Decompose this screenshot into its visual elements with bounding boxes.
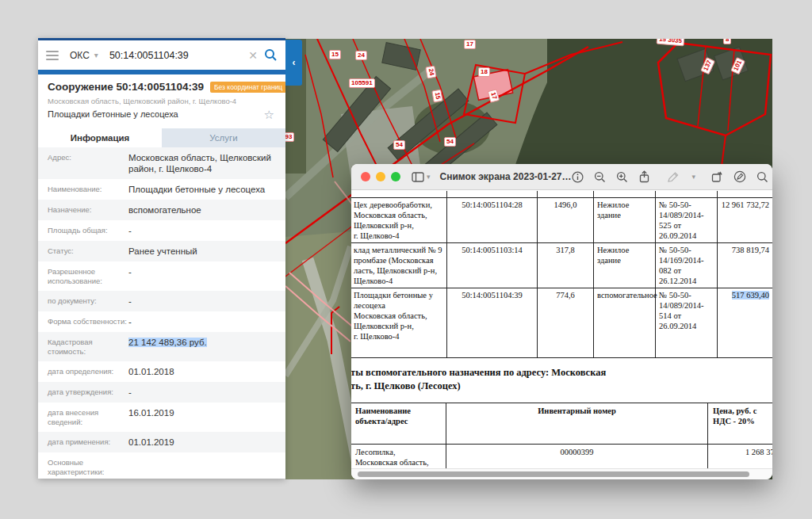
minimize-window-button[interactable] xyxy=(376,172,385,181)
field-label: по документу: xyxy=(48,296,128,306)
search-bar: ОКС ▾ ✕ xyxy=(38,40,285,70)
horizontal-scrollbar-thumb[interactable] xyxy=(358,471,749,477)
field-value: 21 142 489,36 руб. xyxy=(128,337,278,348)
object-name-cell: Цех деревообработки, Московская область,… xyxy=(351,197,447,242)
value-cell: 517 639,40 xyxy=(718,288,773,357)
field-row-main-characteristics: Основные характеристики: xyxy=(38,452,285,479)
field-value: Московская область, Щелковский район, г.… xyxy=(128,152,278,174)
field-value: Ранее учтенный xyxy=(128,246,278,257)
field-value: - xyxy=(128,296,278,307)
map-parcel-label[interactable]: 54 xyxy=(393,140,405,150)
search-icon[interactable] xyxy=(264,48,278,62)
map-parcel-label[interactable]: 18 xyxy=(478,67,490,77)
field-value: - xyxy=(128,266,278,277)
sidebar-toggle-icon[interactable] xyxy=(412,172,424,182)
map-parcel-label[interactable]: 24 xyxy=(425,66,436,79)
screenshot-preview-window: ▾ Снимок экрана 2023-01-27… ▾ xyxy=(351,164,772,479)
cadastral-number-cell: 50:14:0051104:39 xyxy=(447,288,538,357)
map-parcel-label[interactable]: 54 xyxy=(444,137,456,147)
zoom-out-icon[interactable] xyxy=(594,171,606,183)
document-content[interactable]: Цех деревообработки, Московская область,… xyxy=(351,191,772,468)
map-parcel-label[interactable]: 15 xyxy=(431,90,442,103)
favorite-star-icon[interactable]: ☆ xyxy=(264,108,274,122)
field-row-ownership: Форма собственности:- xyxy=(38,311,285,332)
type-cell: вспомогательное xyxy=(594,288,656,357)
field-row-total-area: Площадь общая:- xyxy=(38,220,285,241)
info-fields-list: Адрес:Московская область, Щелковский рай… xyxy=(38,147,285,479)
search-input[interactable] xyxy=(109,50,242,61)
field-label: дата применения: xyxy=(48,437,128,447)
field-value: - xyxy=(128,225,278,236)
doc-number-cell: № 50-50- 14/089/2014- 525 от 26.09.2014 xyxy=(656,197,718,242)
clear-search-icon[interactable]: ✕ xyxy=(248,49,258,62)
field-row-entry-date: дата внесения сведений:16.01.2019 xyxy=(38,403,285,432)
field-label: Основные характеристики: xyxy=(48,457,128,477)
inventory-table: Наименование объекта/адрес Инвентарный н… xyxy=(351,403,772,469)
field-label: Кадастровая стоимость: xyxy=(48,337,128,357)
menu-icon[interactable] xyxy=(46,51,59,60)
object-info-panel: ОКС ▾ ✕ Сооружение 50:14:0051104:39 Без … xyxy=(38,38,285,479)
field-row-permitted-use: Разрешенное использование:- xyxy=(38,261,285,291)
field-label: дата внесения сведений: xyxy=(48,407,128,427)
doc-number-cell: № 50-50- 14/089/2014- 514 от 26.09.2014 xyxy=(656,288,718,357)
table-row: Площадки бетонные у лесоцеха Московская … xyxy=(351,288,772,357)
table-row xyxy=(351,191,772,197)
chevron-down-icon[interactable]: ▾ xyxy=(94,51,98,59)
area-cell: 774,6 xyxy=(538,288,594,357)
zoom-in-icon[interactable] xyxy=(616,171,628,183)
heading-line: ть, г. Щелково (Лесоцех) xyxy=(351,380,772,393)
horizontal-scrollbar[interactable] xyxy=(351,468,772,479)
window-toolbar: ▾ xyxy=(572,170,769,183)
map-parcel-label[interactable]: 24 xyxy=(355,51,367,60)
tab-services[interactable]: Услуги xyxy=(162,128,285,147)
info-icon[interactable] xyxy=(572,171,584,183)
object-name: Площадки бетонные у лесоцеха xyxy=(48,109,276,119)
map-parcel-label[interactable]: 593 xyxy=(285,132,294,142)
object-address-subtitle: Московская область, Щелковский район, г.… xyxy=(48,97,276,105)
highlight-annotation-icon[interactable] xyxy=(733,170,746,183)
selected-text: 517 639,40 xyxy=(732,291,769,300)
selected-text: 21 142 489,36 руб. xyxy=(128,338,207,347)
table-row: Лесопилка, Московская область, 00000399 … xyxy=(351,444,772,468)
traffic-lights xyxy=(361,172,400,181)
map-parcel-label[interactable]: 8 xyxy=(723,39,731,44)
field-row-by-document: по документу:- xyxy=(38,291,285,311)
cadastral-number-cell: 50:14:0051103:14 xyxy=(447,242,538,288)
type-cell: Нежилое здание xyxy=(594,242,656,288)
field-row-approval-date: дата утверждения:- xyxy=(38,382,285,403)
zoom-window-button[interactable] xyxy=(391,172,400,181)
panel-collapse-button[interactable]: ‹ xyxy=(285,40,302,86)
window-search-icon[interactable] xyxy=(756,171,768,183)
map-parcel-label[interactable]: 17 xyxy=(464,40,476,49)
markup-pencil-icon[interactable] xyxy=(667,171,680,183)
field-value: 01.01.2018 xyxy=(128,366,278,377)
close-window-button[interactable] xyxy=(361,172,370,181)
field-value: вспомогательное xyxy=(128,204,278,216)
field-value: Площадки бетонные у лесоцеха xyxy=(128,184,278,195)
window-titlebar[interactable]: ▾ Снимок экрана 2023-01-27… ▾ xyxy=(351,164,772,190)
cadastral-number-cell: 50:14:0051104:28 xyxy=(447,197,538,242)
field-label: Назначение: xyxy=(48,204,128,215)
field-row-address: Адрес:Московская область, Щелковский рай… xyxy=(38,147,285,179)
share-icon[interactable] xyxy=(638,170,650,183)
area-cell: 1496,0 xyxy=(538,197,594,242)
table-header-row: Наименование объекта/адрес Инвентарный н… xyxy=(351,403,772,444)
markup-chevron-icon[interactable]: ▾ xyxy=(692,173,696,181)
map-parcel-label[interactable]: 105591 xyxy=(349,78,375,88)
price-header-cell: Цена, руб. с НДС - 20% xyxy=(708,403,773,444)
object-name-cell: Площадки бетонные у лесоцеха Московская … xyxy=(351,288,447,357)
search-category-select[interactable]: ОКС xyxy=(70,50,90,61)
value-cell: 738 819,74 xyxy=(718,242,773,288)
no-coordinates-badge: Без координат границ xyxy=(210,82,285,93)
field-label: Форма собственности: xyxy=(48,316,128,326)
field-row-name: Наименование:Площадки бетонные у лесоцех… xyxy=(38,179,285,200)
inventory-number-cell: 00000399 xyxy=(446,444,708,468)
field-value: 01.01.2019 xyxy=(128,437,278,448)
map-parcel-label[interactable]: 15 xyxy=(329,50,341,59)
field-row-purpose: Назначение:вспомогательное xyxy=(38,200,285,220)
document-heading: ты вспомогательного назначения по адресу… xyxy=(351,366,772,393)
sidebar-chevron-icon[interactable]: ▾ xyxy=(427,173,431,181)
rotate-icon[interactable] xyxy=(710,170,723,183)
panel-tabs: Информация Услуги xyxy=(38,128,285,147)
tab-information[interactable]: Информация xyxy=(38,128,162,147)
